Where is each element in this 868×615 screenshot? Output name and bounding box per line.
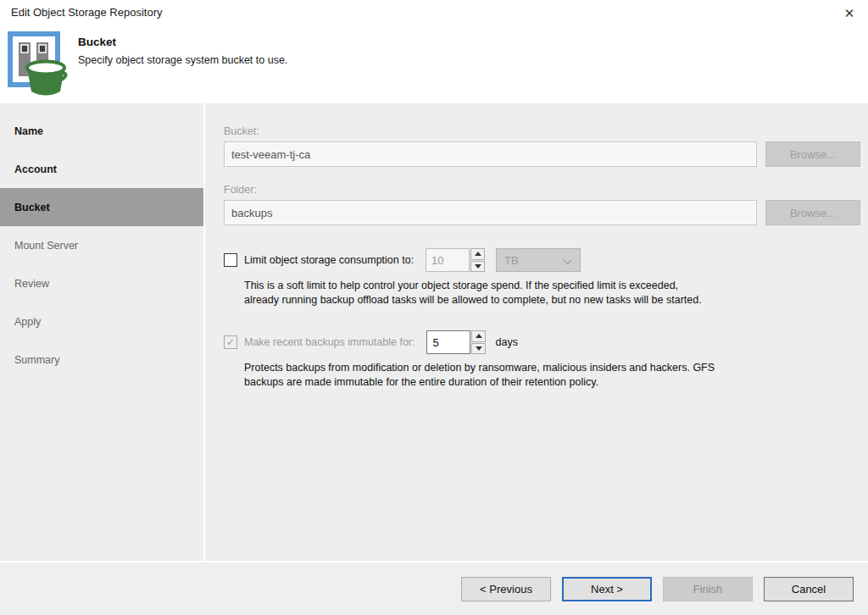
step-subtitle: Specify object storage system bucket to … bbox=[78, 54, 287, 66]
limit-spinner: 10 bbox=[426, 248, 485, 272]
bucket-row: Browse... bbox=[224, 141, 860, 167]
bucket-label: Bucket: bbox=[224, 125, 860, 137]
step-title: Bucket bbox=[78, 36, 116, 48]
close-icon[interactable]: ✕ bbox=[839, 3, 860, 24]
titlebar: Edit Object Storage Repository ✕ bbox=[0, 0, 868, 25]
limit-consumption-label: Limit object storage consumption to: bbox=[244, 254, 414, 266]
sidebar-item-bucket[interactable]: Bucket bbox=[0, 188, 203, 226]
step-content: Bucket: Browse... Folder: Browse... Limi… bbox=[207, 103, 868, 561]
bucket-input[interactable] bbox=[224, 141, 757, 167]
sidebar-item-summary[interactable]: Summary bbox=[0, 341, 203, 379]
sidebar-item-mount-server[interactable]: Mount Server bbox=[0, 226, 203, 264]
edit-object-storage-repository-dialog: Edit Object Storage Repository ✕ Bucket … bbox=[0, 0, 868, 615]
immutable-description-line2: backups are made immutable for the entir… bbox=[244, 375, 860, 390]
wizard-steps-sidebar: Name Account Bucket Mount Server Review … bbox=[0, 103, 205, 561]
immutable-checkbox[interactable]: ✓ bbox=[224, 335, 237, 349]
limit-value-input[interactable]: 10 bbox=[426, 248, 470, 272]
folder-input[interactable] bbox=[224, 200, 757, 225]
limit-description-line1: This is a soft limit to help control you… bbox=[244, 279, 860, 293]
limit-description: This is a soft limit to help control you… bbox=[244, 279, 860, 308]
bucket-browse-button[interactable]: Browse... bbox=[765, 141, 860, 167]
immutable-description-line1: Protects backups from modification or de… bbox=[244, 361, 860, 375]
immutable-spinner: 5 bbox=[426, 330, 486, 354]
immutable-unit-label: days bbox=[495, 336, 517, 348]
sidebar-item-apply[interactable]: Apply bbox=[0, 302, 203, 341]
limit-spin-buttons bbox=[470, 248, 485, 272]
immutable-spin-buttons bbox=[471, 330, 486, 354]
wizard-body: Name Account Bucket Mount Server Review … bbox=[0, 103, 868, 561]
next-button[interactable]: Next > bbox=[562, 577, 652, 601]
limit-consumption-checkbox[interactable] bbox=[224, 253, 237, 267]
limit-consumption-row: Limit object storage consumption to: 10 … bbox=[224, 248, 860, 272]
sidebar-item-name[interactable]: Name bbox=[0, 112, 203, 150]
object-storage-bucket-icon bbox=[7, 30, 70, 102]
folder-label: Folder: bbox=[224, 184, 860, 196]
limit-unit-value: TB bbox=[504, 254, 519, 267]
wizard-footer: < Previous Next > Finish Cancel bbox=[0, 561, 868, 615]
limit-description-line2: already running backup offload tasks wil… bbox=[244, 293, 860, 308]
window-title: Edit Object Storage Repository bbox=[11, 6, 162, 19]
finish-button[interactable]: Finish bbox=[663, 577, 753, 601]
sidebar-item-review[interactable]: Review bbox=[0, 264, 203, 302]
chevron-down-icon bbox=[563, 256, 571, 264]
immutable-label: Make recent backups immutable for: bbox=[244, 336, 415, 348]
folder-browse-button[interactable]: Browse... bbox=[765, 200, 860, 225]
folder-row: Browse... bbox=[224, 200, 860, 225]
spin-down-icon[interactable] bbox=[471, 343, 486, 355]
immutable-row: ✓ Make recent backups immutable for: 5 d… bbox=[224, 330, 860, 354]
immutable-value-input[interactable]: 5 bbox=[426, 330, 470, 354]
sidebar-item-account[interactable]: Account bbox=[0, 150, 203, 188]
immutable-description: Protects backups from modification or de… bbox=[244, 361, 860, 390]
limit-unit-select[interactable]: TB bbox=[496, 248, 581, 272]
spin-up-icon[interactable] bbox=[471, 330, 486, 342]
previous-button[interactable]: < Previous bbox=[461, 577, 551, 601]
cancel-button[interactable]: Cancel bbox=[764, 577, 854, 601]
spin-down-icon[interactable] bbox=[470, 261, 485, 273]
wizard-header: Bucket Specify object storage system buc… bbox=[0, 25, 868, 103]
spin-up-icon[interactable] bbox=[470, 248, 485, 260]
